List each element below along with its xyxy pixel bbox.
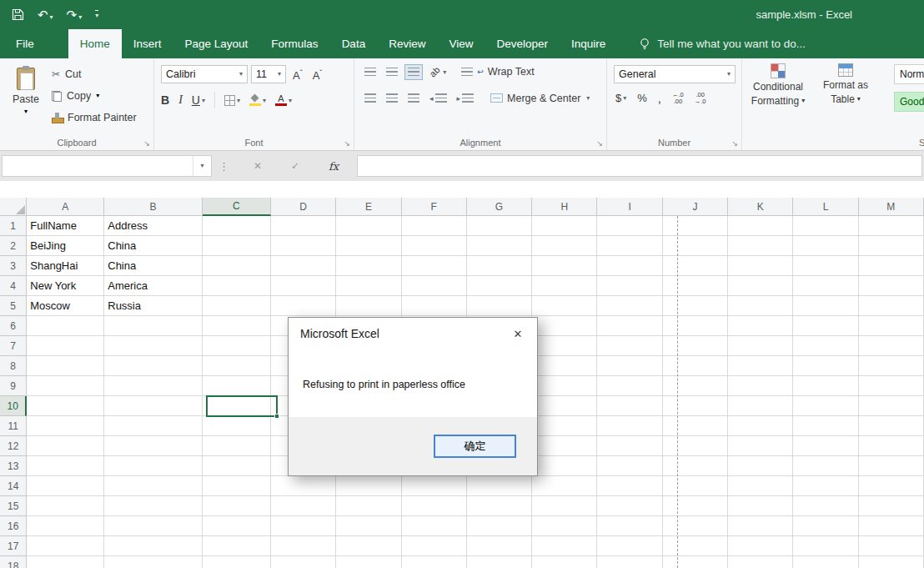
- format-as-table-button[interactable]: Format as Table ▾: [816, 63, 876, 105]
- cell-B15[interactable]: [104, 496, 202, 516]
- cell-J4[interactable]: [663, 276, 728, 296]
- column-header-J[interactable]: J: [663, 198, 728, 216]
- cell-K12[interactable]: [728, 436, 793, 456]
- cell-M12[interactable]: [859, 436, 924, 456]
- cell-L5[interactable]: [793, 296, 858, 316]
- cell-A9[interactable]: [27, 376, 104, 396]
- cell-B18[interactable]: [104, 556, 202, 568]
- borders-dropdown-icon[interactable]: ▾: [237, 97, 240, 104]
- cell-J7[interactable]: [663, 336, 728, 356]
- cell-A16[interactable]: [27, 516, 104, 536]
- cell-F18[interactable]: [402, 556, 467, 568]
- cell-L2[interactable]: [793, 236, 858, 256]
- cell-B11[interactable]: [104, 416, 202, 436]
- cell-J17[interactable]: [663, 536, 728, 556]
- bottom-align-button[interactable]: [404, 64, 423, 80]
- cell-H2[interactable]: [532, 236, 597, 256]
- fill-color-dropdown-icon[interactable]: ▾: [263, 97, 266, 104]
- top-align-button[interactable]: [361, 64, 379, 80]
- cell-M7[interactable]: [859, 336, 924, 356]
- merge-center-button[interactable]: Merge & Center ▾: [490, 93, 590, 104]
- cell-B4[interactable]: America: [104, 276, 202, 296]
- row-header-11[interactable]: 11: [0, 416, 27, 436]
- row-header-9[interactable]: 9: [0, 376, 27, 396]
- cell-B9[interactable]: [104, 376, 202, 396]
- cell-K10[interactable]: [728, 396, 793, 416]
- merge-center-dropdown-icon[interactable]: ▾: [586, 94, 590, 102]
- cell-K7[interactable]: [728, 336, 793, 356]
- cell-L12[interactable]: [793, 436, 858, 456]
- font-dialog-launcher-icon[interactable]: ↘: [344, 139, 350, 148]
- cell-C8[interactable]: [203, 356, 271, 376]
- cell-G15[interactable]: [467, 496, 532, 516]
- cell-I9[interactable]: [597, 376, 662, 396]
- cell-B17[interactable]: [104, 536, 202, 556]
- cell-M1[interactable]: [859, 216, 924, 236]
- cell-A6[interactable]: [27, 316, 104, 336]
- customize-quick-access-icon[interactable]: ▾: [95, 10, 98, 19]
- row-header-6[interactable]: 6: [0, 316, 27, 336]
- cut-button[interactable]: ✂ Cut: [52, 68, 82, 80]
- conditional-formatting-button[interactable]: Conditional Formatting ▾: [744, 63, 812, 107]
- cell-E15[interactable]: [336, 496, 401, 516]
- cell-E4[interactable]: [336, 276, 401, 296]
- cell-C3[interactable]: [203, 256, 271, 276]
- enter-button[interactable]: ✓: [284, 155, 306, 177]
- column-header-F[interactable]: F: [402, 198, 467, 216]
- cell-M11[interactable]: [859, 416, 924, 436]
- cell-H4[interactable]: [532, 276, 597, 296]
- cell-E18[interactable]: [336, 556, 401, 568]
- cell-C4[interactable]: [203, 276, 271, 296]
- cell-L6[interactable]: [793, 316, 858, 336]
- cell-H16[interactable]: [532, 516, 597, 536]
- cell-D5[interactable]: [271, 296, 336, 316]
- cell-G3[interactable]: [467, 256, 532, 276]
- cell-B13[interactable]: [104, 456, 202, 476]
- row-header-18[interactable]: 18: [0, 556, 27, 568]
- cell-A15[interactable]: [27, 496, 104, 516]
- clipboard-dialog-launcher-icon[interactable]: ↘: [143, 139, 150, 148]
- cell-H18[interactable]: [532, 556, 597, 568]
- cell-K8[interactable]: [728, 356, 793, 376]
- cell-M17[interactable]: [859, 536, 924, 556]
- decrease-decimal-button[interactable]: .00 →.0: [695, 92, 706, 104]
- tab-formulas[interactable]: Formulas: [259, 29, 329, 58]
- row-header-17[interactable]: 17: [0, 536, 27, 556]
- column-header-D[interactable]: D: [271, 198, 336, 216]
- select-all-corner[interactable]: [0, 198, 27, 216]
- cell-H11[interactable]: [532, 416, 597, 436]
- cell-A1[interactable]: FullName: [27, 216, 104, 236]
- decrease-font-size-button[interactable]: A ˇ: [309, 68, 326, 83]
- cell-F14[interactable]: [402, 476, 467, 496]
- number-dialog-launcher-icon[interactable]: ↘: [731, 139, 738, 148]
- cell-H10[interactable]: [532, 396, 597, 416]
- cell-I17[interactable]: [597, 536, 662, 556]
- cell-J9[interactable]: [663, 376, 728, 396]
- row-header-13[interactable]: 13: [0, 456, 27, 476]
- cell-C14[interactable]: [203, 476, 271, 496]
- tab-data[interactable]: Data: [330, 29, 378, 58]
- tell-me-box[interactable]: Tell me what you want to do...: [639, 29, 806, 58]
- row-header-3[interactable]: 3: [0, 256, 27, 276]
- column-header-G[interactable]: G: [467, 198, 532, 216]
- cell-B8[interactable]: [104, 356, 202, 376]
- column-header-C[interactable]: C: [203, 198, 271, 216]
- number-format-dropdown-icon[interactable]: ▾: [727, 71, 731, 78]
- cell-D4[interactable]: [271, 276, 336, 296]
- row-header-5[interactable]: 5: [0, 296, 27, 316]
- cell-C1[interactable]: [203, 216, 271, 236]
- underline-dropdown-icon[interactable]: ▾: [202, 97, 205, 104]
- fill-color-button[interactable]: ▾: [249, 94, 266, 106]
- row-header-10[interactable]: 10: [0, 396, 27, 416]
- conditional-formatting-dropdown-icon[interactable]: ▾: [801, 98, 805, 104]
- cell-I15[interactable]: [597, 496, 662, 516]
- cell-C5[interactable]: [203, 296, 271, 316]
- dialog-ok-button[interactable]: 确定: [434, 435, 516, 458]
- cell-A3[interactable]: ShangHai: [27, 256, 104, 276]
- cell-B3[interactable]: China: [104, 256, 202, 276]
- align-left-button[interactable]: [361, 90, 379, 106]
- cell-A14[interactable]: [27, 476, 104, 496]
- row-header-1[interactable]: 1: [0, 216, 27, 236]
- cell-G4[interactable]: [467, 276, 532, 296]
- save-icon[interactable]: [12, 8, 24, 21]
